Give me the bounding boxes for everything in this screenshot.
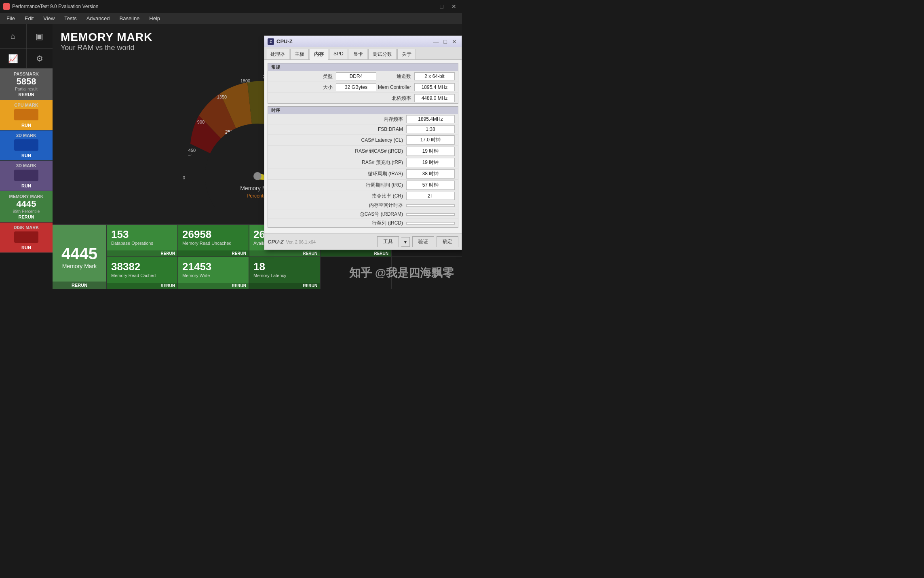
app-icon: [3, 3, 10, 10]
cpuz-titlebar: Z CPU-Z — □ ✕: [264, 36, 462, 47]
tile-mem-read-cached[interactable]: 38382 Memory Read Cached RERUN: [107, 257, 177, 289]
menu-file[interactable]: File: [2, 14, 20, 23]
tile-mw-label: Memory Write: [182, 273, 210, 278]
tile-mrc-label: Memory Read Cached: [111, 273, 156, 278]
monitor-icon: ▣: [36, 32, 43, 41]
disk-run[interactable]: RUN: [21, 245, 31, 250]
menu-view[interactable]: View: [38, 14, 59, 23]
cpuz-freq-row: 内存频率 1895.4MHz: [268, 114, 458, 124]
threed-run[interactable]: RUN: [21, 183, 31, 188]
tile-mw-rerun[interactable]: RERUN: [178, 283, 249, 289]
minimize-button[interactable]: —: [424, 3, 435, 10]
menu-baseline[interactable]: Baseline: [114, 14, 144, 23]
cpuz-tab-processor[interactable]: 处理器: [266, 49, 289, 59]
memory-mark-button[interactable]: MEMORY MARK 4445 99th Percentile RERUN: [0, 191, 53, 223]
sidebar-graph-button[interactable]: 📈: [0, 48, 27, 68]
main-tile-rerun[interactable]: RERUN: [53, 282, 106, 289]
passmark-rerun[interactable]: RERUN: [18, 92, 34, 97]
cpuz-memctrl-key: Mem Controller: [378, 84, 414, 90]
cpuz-window-controls: — □ ✕: [432, 38, 458, 45]
cpuz-timing-section: 时序 内存频率 1895.4MHz FSB:DRAM 1:38 CAS# Lat…: [268, 106, 458, 228]
cpuz-nb-key: 北桥频率: [392, 95, 414, 102]
cpuz-type-val: DDR4: [336, 72, 376, 80]
twod-mark-button[interactable]: 2D MARK RUN: [0, 130, 53, 161]
title-bar: PerformanceTest 9.0 Evaluation Version —…: [0, 0, 462, 13]
menu-tests[interactable]: Tests: [59, 14, 81, 23]
cpuz-nb-val: 4489.0 MHz: [414, 94, 455, 102]
tile-mem-read-uncached[interactable]: 26958 Memory Read Uncached RERUN: [178, 225, 249, 256]
tile-ml-rerun[interactable]: RERUN: [249, 283, 320, 289]
tile-mem-latency[interactable]: 18 Memory Latency RERUN: [249, 257, 320, 289]
main-score-tile: 4445 Memory Mark RERUN: [53, 225, 107, 289]
cpuz-nb-empty-val: [336, 97, 376, 99]
cpuz-tab-spd[interactable]: SPD: [329, 49, 348, 59]
menu-edit[interactable]: Edit: [20, 14, 38, 23]
cpuz-size-row: 大小 32 GBytes Mem Controller 1895.4 MHz: [268, 82, 458, 93]
cpuz-tab-graphics[interactable]: 显卡: [349, 49, 367, 59]
tile-mru-rerun[interactable]: RERUN: [178, 250, 249, 256]
tile-ml-score: 18: [253, 261, 265, 273]
gauge-label-900: 900: [197, 120, 204, 124]
close-button[interactable]: ✕: [449, 3, 459, 10]
svg-line-0: [188, 155, 192, 156]
cpuz-fsb-row: FSB:DRAM 1:38: [268, 124, 458, 135]
disk-mark-button[interactable]: DISK MARK RUN: [0, 223, 53, 253]
cpuz-tras-row: 循环周期 (tRAS) 38 时钟: [268, 168, 458, 180]
tile-empty-3: [392, 257, 462, 289]
cpuz-size-val: 32 GBytes: [336, 83, 376, 91]
memory-rerun[interactable]: RERUN: [18, 214, 34, 219]
tile-mt-rerun[interactable]: RERUN: [321, 250, 391, 256]
cpuz-cl-row: CAS# Latency (CL) 17.0 时钟: [268, 135, 458, 146]
cpuz-type-key: 类型: [271, 73, 336, 80]
gauge-label-1350: 1350: [217, 95, 226, 99]
cpuz-minimize[interactable]: —: [432, 38, 441, 45]
cpuz-tab-mainboard[interactable]: 主板: [290, 49, 309, 59]
passmark-sub: Partial result: [15, 87, 38, 91]
passmark-score: 5858: [17, 76, 36, 87]
cpuz-nb-row: 北桥频率 4489.0 MHz: [268, 93, 458, 103]
sidebar: ⌂ ▣ 📈 ⚙ PASSMARK 5858 Partial result RER…: [0, 24, 53, 289]
cpuz-tab-memory[interactable]: 内存: [310, 49, 328, 60]
cpuz-tab-about[interactable]: 关于: [397, 49, 416, 59]
cpuz-trdram-row: 总CAS号 (tRDRAM): [268, 210, 458, 219]
gauge-label-450: 450: [188, 148, 195, 153]
cpuz-tools-dropdown[interactable]: ▼: [401, 237, 410, 247]
cpuz-tools-btn[interactable]: 工具: [377, 236, 399, 247]
menu-advanced[interactable]: Advanced: [82, 14, 115, 23]
tile-db-rerun[interactable]: RERUN: [107, 250, 177, 256]
tile-mrc-score: 38382: [111, 261, 140, 273]
disk-label: DISK MARK: [14, 225, 39, 230]
cpuz-title: CPU-Z: [276, 38, 432, 44]
tile-ar-rerun[interactable]: RERUN: [249, 250, 320, 256]
svg-point-4: [253, 172, 262, 180]
sidebar-monitor-button[interactable]: ▣: [27, 24, 53, 48]
cpuz-timing-title: 时序: [268, 107, 458, 114]
menu-help[interactable]: Help: [144, 14, 165, 23]
cpuz-maximize[interactable]: □: [442, 38, 449, 45]
cpuz-verify-btn[interactable]: 验证: [412, 236, 434, 247]
cpuz-brand: CPU-Z: [268, 239, 284, 245]
tile-mw-score: 21453: [182, 261, 211, 273]
sidebar-home-button[interactable]: ⌂: [0, 24, 27, 48]
tile-db-ops[interactable]: 153 Database Operations RERUN: [107, 225, 177, 256]
tile-mrc-rerun[interactable]: RERUN: [107, 283, 177, 289]
maximize-button[interactable]: □: [438, 3, 446, 10]
main-layout: ⌂ ▣ 📈 ⚙ PASSMARK 5858 Partial result RER…: [0, 24, 462, 289]
twod-run[interactable]: RUN: [21, 153, 31, 158]
gear-icon: ⚙: [36, 54, 43, 63]
tile-mru-score: 26958: [182, 228, 211, 241]
sidebar-gear-button[interactable]: ⚙: [27, 48, 53, 68]
cpu-run[interactable]: RUN: [21, 123, 31, 128]
tile-mem-write[interactable]: 21453 Memory Write RERUN: [178, 257, 249, 289]
cpuz-ok-btn[interactable]: 确定: [437, 236, 458, 247]
twod-label: 2D MARK: [16, 133, 36, 138]
window-controls: — □ ✕: [424, 3, 459, 10]
cpuz-general-section: 常规 类型 DDR4 通道数 2 x 64-bit 大小 32 GBytes M…: [268, 63, 458, 104]
cpuz-tab-bench[interactable]: 测试分数: [368, 49, 397, 59]
cpu-mark-button[interactable]: CPU MARK RUN: [0, 100, 53, 130]
cpuz-close[interactable]: ✕: [450, 38, 458, 45]
gauge-label-1800: 1800: [240, 78, 250, 83]
threed-mark-button[interactable]: 3D MARK RUN: [0, 161, 53, 191]
passmark-button[interactable]: PASSMARK 5858 Partial result RERUN: [0, 69, 53, 100]
main-tile-label: Memory Mark: [62, 263, 97, 269]
